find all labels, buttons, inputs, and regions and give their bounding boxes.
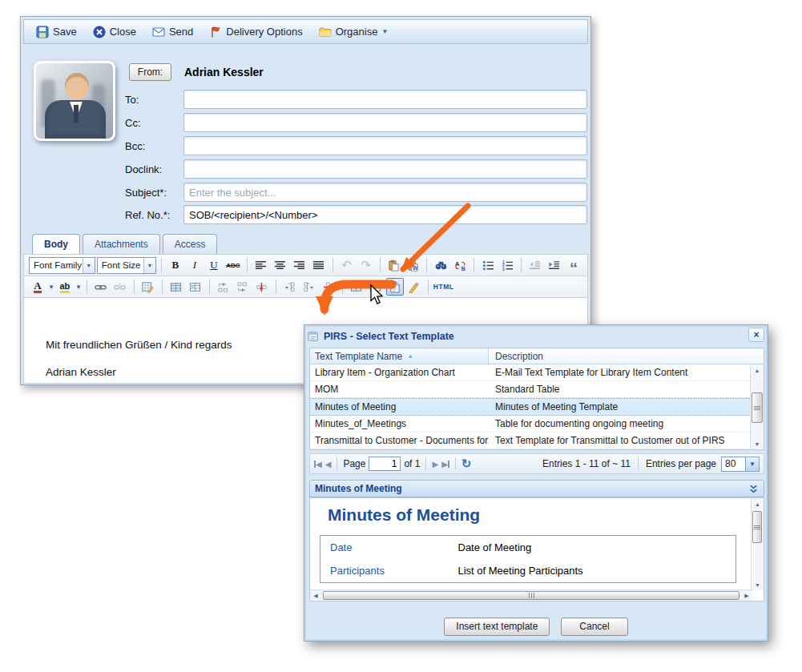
subject-input[interactable] [183, 183, 587, 202]
preview-vertical-scrollbar[interactable]: ▲ ▼ [751, 498, 764, 590]
redo-button[interactable]: ↷ [357, 256, 375, 274]
tab-attachments[interactable]: Attachments [83, 234, 160, 254]
find-button[interactable] [432, 256, 449, 274]
insert-row-before-button[interactable] [215, 278, 232, 296]
table-row[interactable]: MOM Standard Table [310, 381, 750, 398]
cc-input[interactable] [183, 113, 587, 132]
close-button[interactable]: Close [87, 23, 142, 41]
organise-button[interactable]: Organise ▼ [313, 23, 394, 41]
list-vertical-scrollbar[interactable]: ▲ ▼ [750, 364, 764, 449]
first-page-button[interactable]: ◀ [314, 460, 322, 469]
font-family-select[interactable]: Font Family ▼ [29, 257, 95, 274]
send-button[interactable]: Send [147, 23, 199, 41]
entries-per-page-label: Entries per page [646, 458, 716, 469]
ref-no-input[interactable] [183, 205, 587, 224]
insert-link-button[interactable] [92, 278, 110, 296]
insert-row-after-button[interactable] [234, 278, 252, 296]
insert-column-after-button[interactable] [300, 278, 318, 296]
split-cells-button[interactable] [367, 278, 385, 296]
outdent-button[interactable] [526, 256, 544, 274]
last-page-bar-icon [448, 461, 449, 468]
delete-row-button[interactable] [253, 278, 271, 296]
refresh-button[interactable]: ↻ [461, 457, 472, 471]
preview-table: Date Date of Meeting Participants List o… [320, 535, 736, 583]
send-label: Send [169, 26, 193, 38]
scroll-left-icon[interactable]: ◀ [310, 593, 321, 599]
text-color-caret-icon[interactable]: ▼ [48, 284, 54, 291]
font-size-select[interactable]: Font Size ▼ [97, 257, 156, 274]
binoculars-icon [435, 260, 447, 272]
save-button[interactable]: Save [30, 23, 83, 41]
paging-toolbar: ◀ ◀ Page of 1 ▶ ▶ ↻ Entries 1 - 11 of ~ … [309, 453, 764, 474]
next-page-button[interactable]: ▶ [432, 460, 438, 469]
preview-panel-header[interactable]: Minutes of Meeting [309, 480, 764, 497]
ref-no-label: Ref. No.*: [125, 209, 170, 221]
highlight-color-button[interactable]: ab [56, 278, 74, 296]
table-row[interactable]: Transmittal to Customer - Documents for.… [310, 433, 750, 449]
last-page-button[interactable]: ▶ [441, 460, 449, 469]
align-left-button[interactable] [252, 256, 270, 274]
bcc-input[interactable] [183, 136, 587, 155]
align-center-button[interactable] [272, 256, 289, 274]
dialog-close-button[interactable]: × [748, 328, 764, 342]
blockquote-button[interactable]: “ [565, 256, 582, 274]
collapse-panel-icon[interactable] [748, 484, 759, 494]
align-right-button[interactable] [291, 256, 308, 274]
scroll-down-icon[interactable]: ▼ [751, 438, 764, 449]
replace-icon: AB [454, 260, 466, 272]
indent-button[interactable] [546, 256, 563, 274]
undo-button[interactable]: ↶ [338, 256, 356, 274]
text-color-button[interactable]: A [29, 278, 46, 296]
insert-text-template-button[interactable] [386, 278, 404, 296]
column-header-description[interactable]: Description [489, 348, 764, 364]
to-input[interactable] [183, 90, 587, 109]
scroll-right-icon[interactable]: ▶ [741, 593, 752, 599]
html-source-button[interactable]: HTML [433, 278, 454, 296]
entries-per-page-select[interactable]: 80 ▼ [721, 457, 760, 472]
merge-cells-button[interactable] [348, 278, 365, 296]
insert-column-before-button[interactable] [281, 278, 299, 296]
tab-body[interactable]: Body [32, 234, 80, 254]
tab-access[interactable]: Access [163, 234, 218, 254]
page-number-input[interactable] [369, 457, 401, 471]
table-properties-button[interactable] [167, 278, 185, 296]
table-row[interactable]: Library Item - Organization Chart E-Mail… [310, 364, 750, 381]
doclink-input[interactable] [183, 159, 587, 179]
strikethrough-button[interactable]: ABC [224, 256, 242, 274]
outdent-icon [529, 260, 541, 272]
column-header-name[interactable]: Text Template Name ▲ [310, 348, 489, 364]
previous-page-button[interactable]: ◀ [325, 460, 332, 469]
signature-button[interactable] [405, 278, 423, 296]
delete-column-button[interactable] [320, 278, 337, 296]
highlight-caret-icon[interactable]: ▼ [75, 284, 82, 291]
cell-properties-button[interactable] [187, 278, 204, 296]
insert-template-confirm-button[interactable]: Insert text template [444, 618, 550, 636]
find-replace-button[interactable]: AB [451, 256, 469, 274]
italic-button[interactable]: I [186, 256, 204, 274]
bullet-list-button[interactable] [479, 256, 497, 274]
bold-button[interactable]: B [167, 256, 184, 274]
scroll-down-icon[interactable]: ▼ [752, 579, 764, 590]
cell-template-name: Transmittal to Customer - Documents for.… [310, 433, 489, 449]
numbered-list-button[interactable]: 123 [498, 256, 516, 274]
paste-button[interactable] [385, 256, 402, 274]
scrollbar-thumb[interactable] [323, 591, 740, 600]
cancel-button[interactable]: Cancel [561, 618, 627, 636]
separator [425, 457, 426, 470]
delivery-options-button[interactable]: Delivery Options [204, 23, 308, 41]
remove-link-button[interactable] [111, 278, 129, 296]
from-button[interactable]: From: [129, 63, 171, 81]
scrollbar-thumb[interactable] [752, 511, 762, 543]
underline-button[interactable]: U [205, 256, 223, 274]
scroll-up-icon[interactable]: ▲ [751, 364, 764, 376]
scroll-up-icon[interactable]: ▲ [752, 498, 764, 509]
paste-from-word-button[interactable]: W [404, 256, 421, 274]
cell-description: Minutes of Meeting Template [489, 399, 750, 415]
table-row-selected[interactable]: Minutes of Meeting Minutes of Meeting Te… [310, 398, 750, 416]
preview-horizontal-scrollbar[interactable]: ◀ ▶ [310, 590, 752, 601]
align-justify-button[interactable] [310, 256, 328, 274]
cell-description: Text Template for Transmittal to Custome… [489, 433, 750, 449]
table-row[interactable]: Minutes_of_Meetings Table for documentin… [310, 416, 750, 433]
edit-table-button[interactable] [139, 278, 157, 296]
scrollbar-thumb[interactable] [752, 392, 763, 423]
